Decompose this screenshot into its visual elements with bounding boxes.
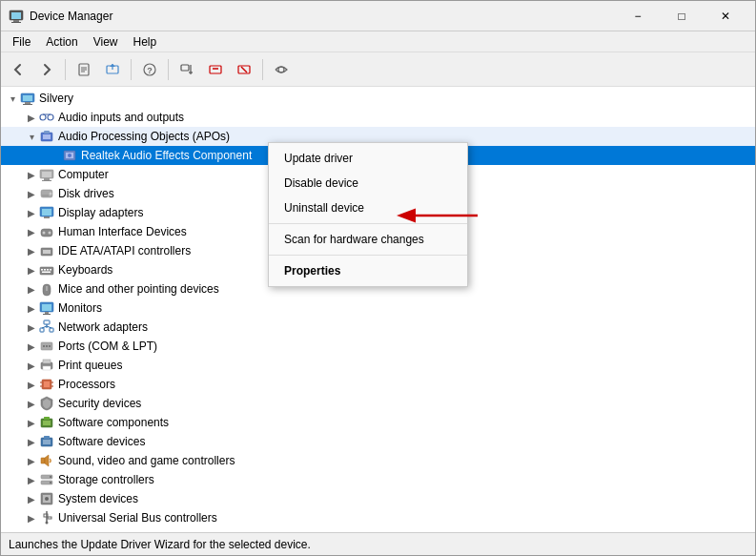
display-label: Display adapters (58, 206, 143, 219)
tree-item-software-devices[interactable]: ▶ Software devices (1, 432, 755, 451)
forward-button[interactable] (33, 56, 60, 83)
software-devices-icon (39, 434, 54, 449)
svg-rect-81 (44, 417, 50, 420)
ctx-update-driver[interactable]: Update driver (269, 146, 467, 171)
svg-point-44 (43, 232, 46, 235)
tree-item-audio-io[interactable]: ▶ Audio inputs and outputs (1, 108, 755, 127)
app-icon (9, 9, 24, 24)
ports-icon (39, 339, 54, 354)
update-driver-button[interactable] (99, 56, 126, 83)
svg-rect-51 (47, 269, 49, 271)
ide-icon (39, 243, 54, 258)
svg-rect-58 (45, 312, 49, 314)
expand-icon-processors: ▶ (24, 377, 39, 392)
tree-item-monitor[interactable]: ▶ Monitors (1, 299, 755, 318)
minimize-button[interactable]: − (616, 1, 660, 31)
tree-item-system[interactable]: ▶ System devices (1, 489, 755, 508)
expand-icon-disk: ▶ (24, 186, 39, 201)
computer-root-icon (20, 91, 35, 106)
maximize-button[interactable]: □ (660, 1, 704, 31)
help-button[interactable]: ? (136, 56, 163, 83)
disable-button[interactable] (231, 56, 257, 83)
sound-label: Sound, video and game controllers (58, 454, 235, 467)
audio-io-label: Audio inputs and outputs (58, 111, 184, 124)
expand-icon-software-devices: ▶ (24, 434, 39, 449)
hid-label: Human Interface Devices (58, 225, 187, 238)
svg-rect-83 (43, 440, 51, 444)
svg-rect-2 (13, 20, 19, 22)
svg-rect-71 (43, 360, 51, 363)
svg-point-69 (49, 345, 51, 347)
svg-rect-59 (43, 314, 51, 315)
menu-help[interactable]: Help (126, 33, 165, 51)
svg-rect-49 (41, 269, 43, 271)
computer-icon (39, 167, 54, 182)
properties-button[interactable] (71, 56, 97, 83)
tree-item-usb[interactable]: ▶ Universal Serial Bus controllers (1, 508, 755, 527)
menu-action[interactable]: Action (38, 33, 85, 51)
tree-item-print[interactable]: ▶ Print queues (1, 356, 755, 375)
menu-file[interactable]: File (5, 33, 38, 51)
svg-rect-23 (23, 104, 32, 105)
software-devices-label: Software devices (58, 435, 145, 448)
print-label: Print queues (58, 359, 122, 372)
expand-icon-hid: ▶ (24, 224, 39, 239)
expand-icon-ports: ▶ (24, 339, 39, 354)
apo-label: Audio Processing Objects (APOs) (58, 130, 230, 143)
svg-rect-35 (44, 178, 50, 180)
mouse-icon (39, 281, 54, 297)
sound-icon (39, 453, 54, 468)
security-label: Security devices (58, 397, 141, 410)
tree-item-network[interactable]: ▶ Network adapters (1, 318, 755, 337)
tree-item-software-components[interactable]: ▶ Software components (1, 413, 755, 432)
svg-text:?: ? (147, 66, 153, 75)
software-components-label: Software components (58, 416, 169, 429)
toolbar-sep-1 (65, 59, 66, 80)
svg-rect-21 (23, 95, 32, 101)
expand-icon-audio-io: ▶ (24, 110, 39, 125)
scan-hardware-button[interactable] (174, 56, 200, 83)
monitor-icon (39, 300, 54, 316)
ctx-scan-hardware[interactable]: Scan for hardware changes (269, 227, 467, 252)
svg-point-25 (48, 114, 53, 120)
realtek-label: Realtek Audio Effects Component (81, 149, 252, 162)
expand-icon-mouse: ▶ (24, 281, 39, 297)
ctx-properties[interactable]: Properties (269, 258, 467, 283)
expand-icon-display: ▶ (24, 205, 39, 220)
security-icon (39, 396, 54, 411)
uninstall-button[interactable] (202, 56, 229, 83)
monitor-label: Monitors (58, 301, 102, 315)
processors-label: Processors (58, 378, 115, 391)
svg-rect-95 (48, 517, 51, 519)
svg-rect-61 (40, 328, 44, 332)
tree-root-silvery[interactable]: ▾ Silvery (1, 89, 755, 108)
expand-icon-storage: ▶ (24, 472, 39, 487)
close-button[interactable]: ✕ (704, 1, 747, 31)
tree-item-security[interactable]: ▶ Security devices (1, 394, 755, 413)
ctx-disable-device[interactable]: Disable device (269, 171, 467, 196)
tree-item-storage[interactable]: ▶ Storage controllers (1, 470, 755, 489)
tree-item-ports[interactable]: ▶ Ports (COM & LPT) (1, 337, 755, 356)
audio-io-icon (39, 110, 54, 125)
processors-icon (39, 377, 54, 392)
mouse-label: Mice and other pointing devices (58, 282, 219, 296)
menu-view[interactable]: View (86, 33, 126, 51)
expand-icon-realtek (47, 148, 62, 163)
display-icon (39, 205, 54, 220)
content-area: ▾ Silvery ▶ (1, 87, 755, 532)
ctx-uninstall-device[interactable]: Uninstall device (269, 196, 467, 220)
svg-rect-42 (44, 216, 50, 218)
svg-rect-57 (42, 304, 51, 311)
tree-item-processors[interactable]: ▶ Processors (1, 375, 755, 394)
show-hidden-button[interactable] (268, 56, 295, 83)
storage-label: Storage controllers (58, 473, 154, 486)
system-label: System devices (58, 492, 138, 505)
back-button[interactable] (5, 56, 31, 83)
tree-item-sound[interactable]: ▶ Sound, video and game controllers (1, 451, 755, 470)
ctx-separator-2 (269, 255, 467, 256)
expand-icon-network: ▶ (24, 319, 39, 335)
network-icon (39, 319, 54, 335)
expand-icon-computer: ▶ (24, 167, 39, 182)
svg-rect-22 (25, 102, 31, 104)
svg-point-88 (50, 476, 51, 478)
